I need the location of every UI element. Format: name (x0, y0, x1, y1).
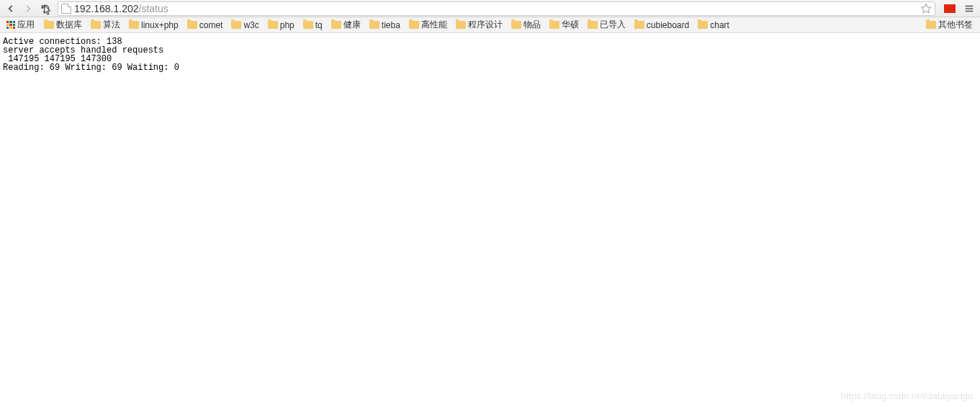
bookmark-item[interactable]: 算法 (86, 18, 125, 32)
folder-icon (511, 21, 521, 29)
page-content: Active connections: 138 server accepts h… (0, 33, 980, 76)
bookmark-label: chart (710, 20, 729, 30)
bookmark-label: cubieboard (647, 20, 689, 30)
folder-icon (91, 21, 101, 29)
bookmark-item[interactable]: cubieboard (630, 19, 693, 31)
bookmark-label: linux+php (141, 20, 179, 30)
bookmark-item[interactable]: php (264, 19, 299, 31)
apps-launcher[interactable]: 应用 (3, 18, 38, 32)
bookmark-item[interactable]: chart (693, 19, 734, 31)
bookmark-item[interactable]: 已导入 (583, 18, 630, 32)
bookmarks-bar: 应用 数据库算法linux+phpcometw3cphptq健康tieba高性能… (0, 17, 980, 33)
bookmark-label: tieba (382, 20, 400, 30)
page-icon (61, 4, 71, 14)
other-bookmarks-label: 其他书签 (938, 19, 973, 31)
bookmark-label: w3c (243, 20, 259, 30)
folder-icon (231, 21, 241, 29)
menu-button[interactable] (961, 1, 977, 16)
apps-grid-icon (6, 21, 15, 30)
forward-button[interactable] (20, 1, 36, 16)
bookmark-label: 健康 (343, 19, 361, 31)
bookmark-item[interactable]: 数据库 (40, 18, 86, 32)
bookmark-star-icon[interactable] (920, 3, 932, 14)
other-bookmarks[interactable]: 其他书签 (922, 18, 977, 32)
apps-label: 应用 (17, 19, 35, 31)
folder-icon (303, 21, 313, 29)
bookmark-item[interactable]: 健康 (327, 18, 365, 32)
bookmark-item[interactable]: 程序设计 (451, 18, 507, 32)
url-text: 192.168.1.202/status (74, 3, 917, 14)
folder-icon (409, 21, 419, 29)
folder-icon (129, 21, 139, 29)
folder-icon (44, 21, 54, 29)
bookmark-label: 数据库 (56, 19, 82, 31)
back-button[interactable] (3, 1, 19, 16)
folder-icon (369, 21, 379, 29)
folder-icon (549, 21, 559, 29)
folder-icon (331, 21, 341, 29)
bookmark-label: tq (315, 20, 323, 30)
folder-icon (456, 21, 466, 29)
address-bar[interactable]: 192.168.1.202/status (58, 1, 935, 16)
bookmark-label: 华硕 (562, 19, 579, 31)
folder-icon (926, 21, 936, 29)
folder-icon (634, 21, 644, 29)
bookmark-item[interactable]: tieba (365, 19, 405, 31)
bookmark-label: comet (199, 20, 223, 30)
bookmark-item[interactable]: tq (299, 19, 327, 31)
extension-icon[interactable] (944, 4, 956, 13)
watermark: https://blog.csdn.net/dataiyangu (840, 390, 973, 401)
bookmark-label: 已导入 (600, 19, 626, 31)
bookmark-label: php (280, 20, 295, 30)
folder-icon (588, 21, 598, 29)
folder-icon (187, 21, 197, 29)
bookmark-item[interactable]: 物品 (507, 18, 545, 32)
bookmark-label: 高性能 (421, 19, 447, 31)
bookmark-label: 程序设计 (468, 19, 503, 31)
bookmark-item[interactable]: 高性能 (405, 18, 451, 32)
bookmark-item[interactable]: w3c (227, 19, 263, 31)
reload-button[interactable] (37, 1, 53, 16)
folder-icon (698, 21, 708, 29)
bookmark-label: 算法 (103, 19, 120, 31)
bookmark-label: 物品 (523, 19, 541, 31)
bookmark-item[interactable]: 华硕 (545, 18, 583, 32)
browser-toolbar: 192.168.1.202/status (0, 0, 980, 17)
bookmark-item[interactable]: comet (183, 19, 228, 31)
bookmark-item[interactable]: linux+php (125, 19, 183, 31)
folder-icon (268, 21, 278, 29)
